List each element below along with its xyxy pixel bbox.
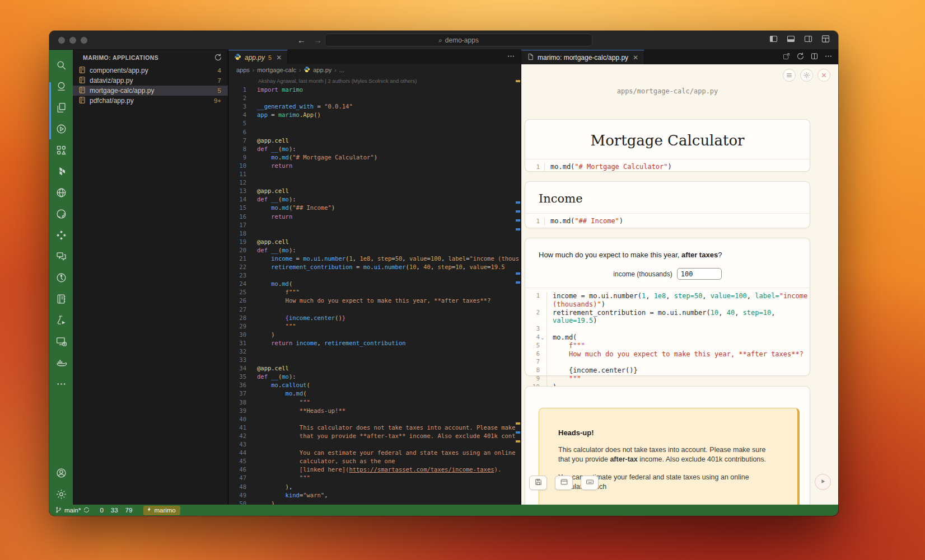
docker-icon[interactable] bbox=[49, 352, 73, 373]
customize-layout-icon[interactable] bbox=[821, 34, 830, 46]
command-center-search[interactable]: ⌕ demo-apps bbox=[325, 34, 592, 46]
git-branch-item[interactable]: main* bbox=[55, 506, 90, 515]
sidebar-item-components-app-py[interactable]: components/app.py4 bbox=[73, 65, 228, 76]
open-external-icon[interactable] bbox=[782, 52, 791, 63]
code-line: 40 bbox=[228, 415, 521, 423]
editor-group: app.py 5 ✕ apps›mortgage-calc›app.py›...… bbox=[228, 50, 521, 505]
problems-item[interactable]: 0 33 79 bbox=[98, 507, 136, 514]
sidebar-item-pdfchat-app-py[interactable]: pdfchat/app.py9+ bbox=[73, 96, 228, 106]
split-editor-icon[interactable] bbox=[810, 52, 819, 63]
code-line: 24 mo.md( bbox=[228, 280, 521, 288]
code-line: 25 f""" bbox=[228, 288, 521, 297]
code-line: 19@app.cell bbox=[228, 238, 521, 246]
back-arrow-icon[interactable]: ← bbox=[297, 35, 306, 45]
marimo-status-badge[interactable]: marimo bbox=[143, 506, 180, 515]
error-count: 0 bbox=[100, 507, 103, 514]
code-line: 1import marimo bbox=[228, 86, 521, 94]
tab-marimo-preview[interactable]: marimo: mortgage-calc/app.py ✕ bbox=[521, 50, 644, 64]
more-icon[interactable] bbox=[49, 373, 73, 394]
refresh-icon[interactable] bbox=[214, 53, 222, 63]
github-icon[interactable] bbox=[49, 203, 73, 224]
breadcrumb-item[interactable]: mortgage-calc bbox=[257, 67, 296, 73]
terraform-icon[interactable] bbox=[49, 161, 73, 182]
file-label: mortgage-calc/app.py bbox=[90, 87, 214, 95]
forward-arrow-icon[interactable]: → bbox=[314, 35, 322, 45]
menu-button[interactable] bbox=[783, 69, 796, 82]
code-line: 10 return bbox=[228, 162, 521, 170]
code-line: 7@app.cell bbox=[228, 137, 521, 145]
sidebar-item-dataviz-app-py[interactable]: dataviz/app.py7 bbox=[73, 76, 228, 86]
run-cell-button[interactable] bbox=[815, 474, 831, 490]
cell-code[interactable]: 1 mo.md("## Income") bbox=[525, 213, 810, 229]
run-circle-icon[interactable] bbox=[49, 118, 73, 139]
refresh-icon[interactable] bbox=[796, 52, 805, 63]
code-line: 26 How much do you expect to make this y… bbox=[228, 297, 521, 305]
test-icon[interactable] bbox=[49, 309, 73, 331]
close-tab-icon[interactable]: ✕ bbox=[633, 54, 638, 62]
file-label: pdfchat/app.py bbox=[90, 97, 211, 105]
editor-tab-bar: app.py 5 ✕ bbox=[228, 50, 521, 64]
comments-icon[interactable] bbox=[49, 246, 73, 267]
branch-icon bbox=[55, 506, 62, 515]
code-line: 30 ) bbox=[228, 331, 521, 339]
save-button[interactable] bbox=[529, 476, 547, 490]
toggle-secondary-sidebar-icon[interactable] bbox=[803, 34, 813, 46]
cell-code-block[interactable]: 1income = mo.ui.number(1, 1e8, step=50, … bbox=[525, 288, 810, 396]
cell-code[interactable]: 1 mo.md("# Mortgage Calculator") bbox=[525, 159, 810, 175]
breadcrumb-item[interactable]: app.py bbox=[313, 67, 331, 73]
overview-mark bbox=[516, 281, 520, 284]
close-window-button[interactable] bbox=[58, 37, 65, 44]
cell-card-title: Mortgage Calculator 1 mo.md("# Mortgage … bbox=[525, 119, 810, 172]
notebook-file-icon bbox=[78, 96, 86, 106]
globe-icon[interactable] bbox=[49, 182, 73, 203]
marimo-panel-controls bbox=[783, 69, 830, 82]
overview-mark bbox=[516, 219, 520, 222]
breadcrumb-item[interactable]: apps bbox=[236, 67, 250, 73]
more-actions-icon[interactable] bbox=[824, 52, 833, 63]
marimo-icon[interactable] bbox=[49, 76, 73, 97]
history-nav: ← → bbox=[297, 35, 322, 45]
open-window-button[interactable] bbox=[555, 476, 573, 490]
code-editor[interactable]: Akshay Agrawal, last month | 2 authors (… bbox=[228, 76, 521, 505]
shutdown-button[interactable] bbox=[817, 69, 830, 82]
warning-callout: Heads-up! This calculator does not take … bbox=[539, 408, 800, 505]
remote-icon[interactable] bbox=[49, 331, 73, 352]
more-actions-icon[interactable] bbox=[507, 52, 515, 63]
income-number-input[interactable] bbox=[677, 268, 722, 280]
settings-gear-button[interactable] bbox=[800, 69, 813, 82]
overview-mark bbox=[516, 201, 520, 204]
floppy-icon bbox=[534, 478, 543, 488]
code-line: 16 return bbox=[228, 213, 521, 221]
settings-icon[interactable] bbox=[49, 483, 73, 505]
code-line: 9 mo.md("# Mortgage Calculator") bbox=[228, 153, 521, 162]
overview-ruler[interactable] bbox=[515, 76, 521, 505]
files-icon[interactable] bbox=[49, 97, 73, 118]
tab-app-py[interactable]: app.py 5 ✕ bbox=[228, 50, 288, 64]
code-line: 48 ), bbox=[228, 483, 521, 491]
code-line: 18 bbox=[228, 229, 521, 238]
keyboard-shortcuts-button[interactable] bbox=[581, 476, 599, 490]
code-line: 49 kind="warn", bbox=[228, 491, 521, 500]
preview-tab-bar: marimo: mortgage-calc/app.py ✕ bbox=[521, 50, 838, 64]
diamonds-icon[interactable] bbox=[49, 224, 73, 246]
search-icon[interactable] bbox=[49, 54, 73, 76]
symbols-icon[interactable] bbox=[49, 139, 73, 161]
vscode-window: ← → ⌕ demo-apps MARIMO: APPLICATIONS bbox=[49, 31, 838, 516]
minimize-window-button[interactable] bbox=[69, 37, 76, 44]
sidebar-item-mortgage-calc-app-py[interactable]: mortgage-calc/app.py5 bbox=[73, 86, 228, 96]
notebook-icon[interactable] bbox=[49, 288, 73, 309]
active-view-indicator bbox=[49, 82, 51, 139]
pipeline-icon[interactable] bbox=[49, 267, 73, 288]
toggle-panel-icon[interactable] bbox=[786, 34, 796, 46]
preview-actions bbox=[777, 50, 838, 64]
fold-chevron-icon[interactable]: ⌄ bbox=[540, 333, 545, 342]
code-line: 17 bbox=[228, 221, 521, 229]
account-icon[interactable] bbox=[49, 462, 73, 483]
overview-mark bbox=[516, 272, 520, 275]
breadcrumb-item[interactable]: ... bbox=[339, 67, 344, 73]
marimo-app-panel: apps/mortgage-calc/app.py Mortgage Calcu… bbox=[521, 64, 838, 505]
zoom-window-button[interactable] bbox=[81, 37, 87, 44]
close-tab-icon[interactable]: ✕ bbox=[276, 54, 282, 62]
toggle-primary-sidebar-icon[interactable] bbox=[769, 34, 778, 46]
zap-icon bbox=[146, 506, 152, 514]
